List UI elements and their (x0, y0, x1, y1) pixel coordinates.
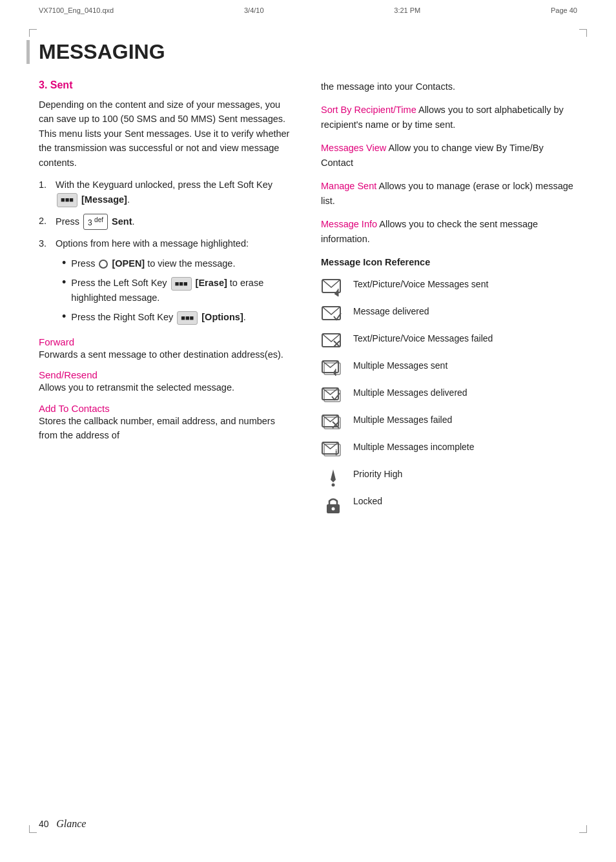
two-column-layout: 3. Sent Depending on the content and siz… (39, 79, 577, 522)
option-manage-sent-term: Manage Sent (321, 181, 376, 191)
bullet-dot-2: • (62, 276, 66, 305)
right-options-list: Sort By Recipient/Time Allows you to sor… (321, 103, 577, 246)
page-header: VX7100_Eng_0410.qxd 3/4/10 3:21 PM Page … (0, 0, 616, 21)
icon-ref-heading: Message Icon Reference (321, 255, 577, 269)
sent-single-icon (321, 278, 345, 298)
icon-row-sent-single: Text/Picture/Voice Messages sent (321, 278, 577, 298)
locked-svg (322, 495, 345, 515)
step-3: 3. Options from here with a message high… (39, 236, 295, 330)
icon-row-locked: Locked (321, 495, 577, 515)
page-container: MESSAGING 3. Sent Depending on the conte… (0, 21, 616, 548)
header-file: VX7100_Eng_0410.qxd (39, 6, 114, 14)
bullet-options: • Press the Right Soft Key ■■■ [Options]… (62, 310, 295, 325)
cont-text: the message into your Contacts. (321, 79, 577, 94)
failed-multi-label: Multiple Messages failed (353, 413, 452, 426)
icon-row-priority: Priority High (321, 467, 577, 488)
sent-multi-icon (321, 359, 345, 380)
option-send-resend-desc: Allows you to retransmit the selected me… (39, 380, 295, 395)
failed-multi-svg (322, 414, 345, 433)
incomplete-multi-svg: i (322, 441, 345, 460)
bullet-options: • Press [OPEN] to view the message. • Pr… (62, 256, 295, 325)
icon-table: Text/Picture/Voice Messages sent Message… (321, 278, 577, 515)
failed-single-label: Text/Picture/Voice Messages failed (353, 332, 493, 345)
priority-label: Priority High (353, 467, 402, 480)
key-3def: 3 def (83, 214, 108, 231)
icon-row-delivered-single: Message delivered (321, 305, 577, 325)
bullet-dot-3: • (62, 310, 66, 325)
option-forward-term: Forward (39, 336, 74, 347)
sent-multi-svg (322, 360, 345, 379)
option-sort: Sort By Recipient/Time Allows you to sor… (321, 103, 577, 132)
icon-row-delivered-multi: Multiple Messages delivered (321, 386, 577, 407)
step-2-num: 2. (39, 214, 50, 231)
right-column: the message into your Contacts. Sort By … (321, 79, 577, 522)
open-circle-icon (99, 260, 108, 269)
options-list: Forward Forwards a sent message to other… (39, 336, 295, 443)
bullet-dot-1: • (62, 256, 66, 271)
svg-point-19 (332, 507, 335, 510)
option-message-info: Message Info Allows you to check the sen… (321, 217, 577, 246)
header-date: 3/4/10 (244, 6, 264, 14)
brand-name: Glance (56, 818, 86, 829)
left-column: 3. Sent Depending on the content and siz… (39, 79, 295, 522)
icon-row-failed-multi: Multiple Messages failed (321, 413, 577, 434)
section-heading: 3. Sent (39, 79, 295, 91)
icon-reference-section: Message Icon Reference Text/Picture/Voic… (321, 255, 577, 515)
sent-multi-label: Multiple Messages sent (353, 359, 447, 372)
icon-row-sent-multi: Multiple Messages sent (321, 359, 577, 380)
step-1-num: 1. (39, 178, 50, 207)
incomplete-multi-label: Multiple Messages incomplete (353, 440, 475, 453)
delivered-multi-svg (322, 387, 345, 406)
option-add-contacts-term: Add To Contacts (39, 403, 110, 414)
step-1: 1. With the Keyguard unlocked, press the… (39, 178, 295, 207)
delivered-single-icon (321, 305, 345, 325)
locked-label: Locked (353, 495, 382, 508)
bullet-open: • Press [OPEN] to view the message. (62, 256, 295, 271)
option-forward: Forward Forwards a sent message to other… (39, 336, 295, 362)
section-intro: Depending on the content and size of you… (39, 97, 295, 170)
sent-single-label: Text/Picture/Voice Messages sent (353, 278, 488, 291)
step-1-text: With the Keyguard unlocked, press the Le… (56, 178, 295, 207)
bullet-open-text: Press [OPEN] to view the message. (71, 256, 235, 271)
incomplete-multi-icon: i (321, 440, 345, 461)
option-send-resend: Send/Resend Allows you to retransmit the… (39, 369, 295, 395)
option-message-info-term: Message Info (321, 219, 377, 229)
option-add-contacts: Add To Contacts Stores the callback numb… (39, 403, 295, 443)
svg-marker-16 (331, 469, 336, 482)
page-title: MESSAGING (26, 40, 577, 64)
priority-icon (321, 467, 345, 488)
message-key-icon: ■■■ (57, 193, 77, 207)
option-add-contacts-desc: Stores the callback number, email addres… (39, 414, 295, 443)
options-key-icon: ■■■ (177, 311, 198, 325)
failed-multi-icon (321, 413, 345, 434)
page-footer: 40 Glance (39, 818, 86, 830)
step-2-text: Press 3 def Sent. (56, 214, 135, 231)
step-2: 2. Press 3 def Sent. (39, 214, 295, 231)
icon-row-failed-single: Text/Picture/Voice Messages failed (321, 332, 577, 353)
option-messages-view: Messages View Allow you to change view B… (321, 141, 577, 170)
delivered-single-label: Message delivered (353, 305, 429, 318)
option-messages-view-term: Messages View (321, 143, 386, 153)
step-3-text: Options from here with a message highlig… (56, 236, 295, 330)
bullet-erase: • Press the Left Soft Key ■■■ [Erase] to… (62, 276, 295, 305)
sent-single-svg (322, 278, 345, 298)
option-send-resend-term: Send/Resend (39, 369, 98, 380)
header-page: Page 40 (551, 6, 577, 14)
steps-list: 1. With the Keyguard unlocked, press the… (39, 178, 295, 330)
failed-single-svg (322, 333, 345, 352)
header-time: 3:21 PM (394, 6, 420, 14)
icon-row-incomplete-multi: i Multiple Messages incomplete (321, 440, 577, 461)
erase-key-icon: ■■■ (171, 277, 192, 291)
step-3-num: 3. (39, 236, 50, 330)
svg-point-17 (332, 483, 335, 486)
corner-mark-bl (29, 825, 37, 833)
delivered-single-svg (322, 305, 345, 325)
option-manage-sent: Manage Sent Allows you to manage (erase … (321, 179, 577, 208)
bullet-erase-text: Press the Left Soft Key ■■■ [Erase] to e… (71, 276, 295, 305)
delivered-multi-icon (321, 386, 345, 407)
failed-single-icon (321, 332, 345, 353)
delivered-multi-label: Multiple Messages delivered (353, 386, 467, 399)
priority-svg (322, 468, 345, 487)
page-number: 40 (39, 819, 49, 829)
corner-mark-br (579, 825, 587, 833)
